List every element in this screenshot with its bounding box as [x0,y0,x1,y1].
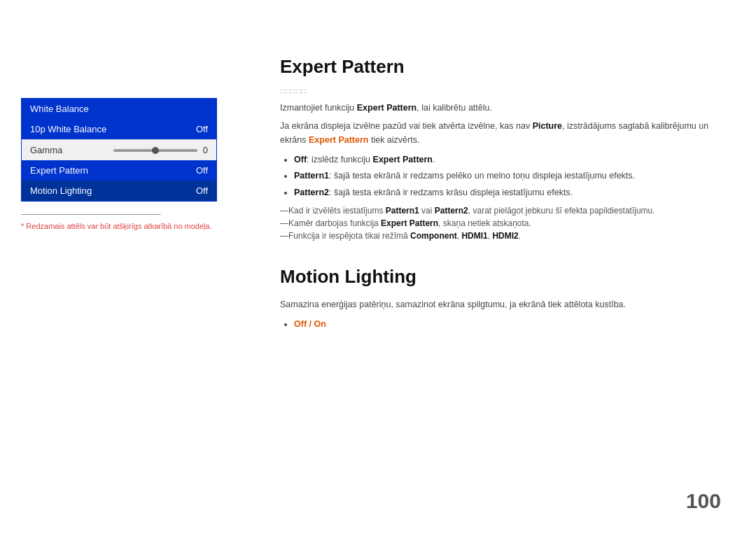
expert-pattern-desc2: Ja ekrāna displeja izvēlne pazūd vai tie… [280,119,714,147]
left-panel: White Balance 10p White Balance Off Gamm… [0,0,259,534]
menu-item-10p-white-balance[interactable]: 10p White Balance Off [22,119,216,139]
menu-list: White Balance 10p White Balance Off Gamm… [21,98,217,202]
expert-pattern-desc1: Izmantojiet funkciju Expert Pattern, lai… [280,101,714,115]
motion-lighting-desc: Samazina enerģijas patēriņu, samazinot e… [280,297,714,311]
gamma-slider-thumb [152,147,159,154]
gamma-slider-track [113,149,197,152]
bullet-pattern2: Pattern2: šajā testa ekrānā ir redzams k… [294,185,714,200]
page-number: 100 [686,489,721,513]
footnote: * Redzamais attēls var būt atšķirīgs atk… [21,222,238,230]
motion-lighting-bullets: Off / On [294,317,714,332]
gamma-slider-area: 0 [113,145,208,155]
menu-item-white-balance[interactable]: White Balance [22,99,216,119]
motion-lighting-title: Motion Lighting [280,266,714,288]
bullet-off: Off: izslēdz funkciju Expert Pattern. [294,153,714,167]
expert-pattern-subtitle: ∷∷∷∷∷ [280,87,714,97]
expert-pattern-section: Expert Pattern ∷∷∷∷∷ Izmantojiet funkcij… [280,56,714,241]
bullet-off-on: Off / On [294,317,714,332]
motion-lighting-section: Motion Lighting Samazina enerģijas patēr… [280,266,714,332]
note2: Kamēr darbojas funkcija Expert Pattern, … [280,218,714,228]
note1: Kad ir izvēlēts iestatījums Pattern1 vai… [280,206,714,216]
menu-item-motion-lighting[interactable]: Motion Lighting Off [22,181,216,201]
expert-pattern-title: Expert Pattern [280,56,714,78]
bullet-pattern1: Pattern1: šajā testa ekrānā ir redzams p… [294,169,714,183]
divider [21,214,161,215]
expert-pattern-bullets: Off: izslēdz funkciju Expert Pattern. Pa… [294,153,714,200]
note3: Funkcija ir iespējota tikai režīmā Compo… [280,231,714,241]
menu-item-gamma[interactable]: Gamma 0 [22,139,216,160]
menu-item-expert-pattern[interactable]: Expert Pattern Off [22,160,216,181]
right-panel: Expert Pattern ∷∷∷∷∷ Izmantojiet funkcij… [259,0,756,534]
